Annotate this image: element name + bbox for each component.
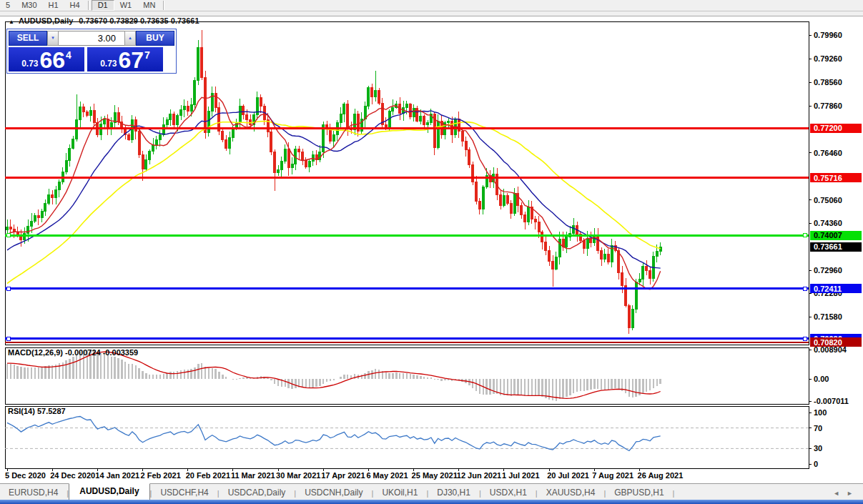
svg-text:11 Mar 2021: 11 Mar 2021 [231, 471, 275, 480]
svg-text:6 May 2021: 6 May 2021 [366, 471, 408, 480]
sell-quote[interactable]: 0.73 66 4 [9, 47, 84, 71]
buy-quote-big: 67 [118, 49, 144, 71]
current-price-badge: 0.73661 [810, 242, 862, 252]
svg-text:0.77200: 0.77200 [814, 124, 842, 132]
svg-text:-0.007011: -0.007011 [814, 397, 849, 405]
tab-gbpusd-h1[interactable]: GBPUSD,H1 [606, 485, 672, 500]
chevron-down-icon: ▼ [51, 36, 55, 40]
buy-quote-pip: 7 [144, 49, 150, 61]
toolbar-separator [88, 1, 89, 10]
timeframe-m30-button[interactable]: M30 [16, 0, 42, 11]
svg-text:0.78560: 0.78560 [814, 78, 842, 87]
svg-text:0.75716: 0.75716 [814, 174, 842, 182]
one-click-trading-panel: SELL ▼ ▲ BUY 0.73 66 4 0.73 67 7 [6, 29, 177, 74]
svg-text:26 Aug 2021: 26 Aug 2021 [638, 471, 684, 480]
svg-text:0.74360: 0.74360 [814, 219, 842, 227]
svg-text:24 Dec 2020: 24 Dec 2020 [50, 471, 95, 480]
svg-text:7 Aug 2021: 7 Aug 2021 [592, 471, 633, 480]
svg-text:100: 100 [814, 408, 827, 417]
chevron-up-icon: ▲ [128, 36, 132, 40]
toolbar-separator [163, 1, 164, 10]
timeframe-mn-button[interactable]: MN [137, 0, 161, 11]
svg-text:0.74007: 0.74007 [814, 231, 842, 239]
svg-text:17 Apr 2021: 17 Apr 2021 [321, 471, 365, 480]
svg-text:0.76460: 0.76460 [814, 149, 842, 157]
tab-separator: | [673, 489, 675, 500]
tab-xauusd-h4[interactable]: XAUUSD,H4 [538, 485, 604, 500]
tab-usdx-h1[interactable]: USDX,H1 [481, 485, 536, 500]
tab-usdcnh-daily[interactable]: USDCNH,Daily [296, 485, 371, 500]
volume-input[interactable] [59, 31, 124, 46]
timeframe-w1-button[interactable]: W1 [114, 0, 138, 11]
scroll-left-icon[interactable]: ◄ [833, 490, 839, 497]
svg-text:70: 70 [814, 424, 822, 433]
svg-text:20 Jul 2021: 20 Jul 2021 [547, 471, 589, 480]
tab-usdcad-daily[interactable]: USDCAD,Daily [220, 485, 295, 500]
timeframe-h4-button[interactable]: H4 [64, 0, 86, 11]
rsi-pane[interactable]: 10070300RSI(14) 57.5287 [5, 407, 827, 468]
buy-button[interactable]: BUY [136, 31, 174, 46]
svg-text:5 Dec 2020: 5 Dec 2020 [5, 471, 46, 480]
svg-text:0.00: 0.00 [814, 375, 829, 383]
sell-quote-pip: 4 [66, 49, 71, 61]
timeframe-d1-button[interactable]: D1 [92, 0, 114, 11]
sell-quote-prefix: 0.73 [21, 59, 38, 69]
svg-text:30 Mar 2021: 30 Mar 2021 [276, 471, 320, 480]
chart-title: ▲AUDUSD,Daily0.73670 0.73829 0.73635 0.7… [9, 16, 199, 25]
tab-audusd-daily[interactable]: AUDUSD,Daily [69, 483, 149, 500]
chart-ohlc-readout: 0.73670 0.73829 0.73635 0.73661 [79, 16, 199, 25]
svg-text:0.79260: 0.79260 [814, 54, 842, 63]
svg-text:0.71580: 0.71580 [814, 312, 842, 321]
tab-scroll-nav: ◄► [833, 490, 863, 500]
svg-text:2 Feb 2021: 2 Feb 2021 [141, 471, 181, 480]
timeframe-5-button[interactable]: 5 [0, 0, 16, 11]
macd-label: MACD(12,26,9) -0.000724 -0.003359 [8, 348, 138, 357]
chart-canvas[interactable]: 0.799600.792600.785600.778600.764600.750… [0, 0, 863, 504]
tab-dj30-h1[interactable]: DJ30,H1 [428, 485, 479, 500]
collapse-icon[interactable]: ▲ [9, 19, 14, 25]
volume-decrease-button[interactable]: ▼ [47, 31, 59, 46]
svg-text:0.72411: 0.72411 [814, 285, 842, 293]
svg-text:0.77860: 0.77860 [814, 102, 842, 110]
fast-ma-line [7, 96, 661, 290]
buy-quote[interactable]: 0.73 67 7 [87, 47, 163, 71]
svg-text:0.72960: 0.72960 [814, 266, 842, 275]
svg-text:0: 0 [814, 460, 818, 468]
svg-text:0.79960: 0.79960 [814, 31, 842, 39]
svg-text:12 Jun 2021: 12 Jun 2021 [457, 471, 501, 480]
svg-text:25 May 2021: 25 May 2021 [412, 471, 458, 480]
svg-text:0.73661: 0.73661 [814, 242, 842, 251]
svg-text:0.75060: 0.75060 [814, 196, 842, 204]
timeframe-toolbar: 5M30H1H4D1W1MN [0, 0, 863, 11]
chart-symbol-label: AUDUSD,Daily [19, 16, 73, 25]
svg-text:14 Jan 2021: 14 Jan 2021 [95, 471, 139, 480]
macd-pane[interactable]: 0.0089040.00-0.007011MACD(12,26,9) -0.00… [6, 345, 849, 405]
tab-usdchf-h4[interactable]: USDCHF,H4 [152, 485, 217, 500]
time-axis[interactable]: 5 Dec 202024 Dec 202014 Jan 20212 Feb 20… [5, 468, 683, 480]
buy-quote-prefix: 0.73 [100, 59, 117, 69]
level-lines[interactable]: 0.772000.757160.740070.724110.709260.708… [5, 124, 862, 347]
tab-ukoil-h1[interactable]: UKOil,H1 [373, 485, 426, 500]
rsi-line [7, 417, 661, 451]
svg-text:0.008904: 0.008904 [814, 345, 847, 354]
scroll-right-icon[interactable]: ► [847, 490, 853, 497]
sell-quote-big: 66 [39, 49, 65, 71]
svg-text:1 Jul 2021: 1 Jul 2021 [502, 471, 540, 480]
taskbar-edge [0, 500, 863, 504]
sell-button[interactable]: SELL [9, 31, 47, 46]
svg-text:30: 30 [814, 444, 822, 453]
rsi-label: RSI(14) 57.5287 [8, 407, 66, 415]
trading-terminal: { "toolbar": {"timeframes": ["5","M30","… [0, 0, 863, 504]
svg-text:20 Feb 2021: 20 Feb 2021 [186, 471, 230, 480]
tab-eurusd-h4[interactable]: EURUSD,H4 [0, 485, 66, 500]
timeframe-h1-button[interactable]: H1 [43, 0, 64, 11]
volume-increase-button[interactable]: ▲ [124, 31, 136, 46]
symbol-tab-bar: EURUSD,H4|AUDUSD,Daily|USDCHF,H4|USDCAD,… [0, 483, 863, 500]
